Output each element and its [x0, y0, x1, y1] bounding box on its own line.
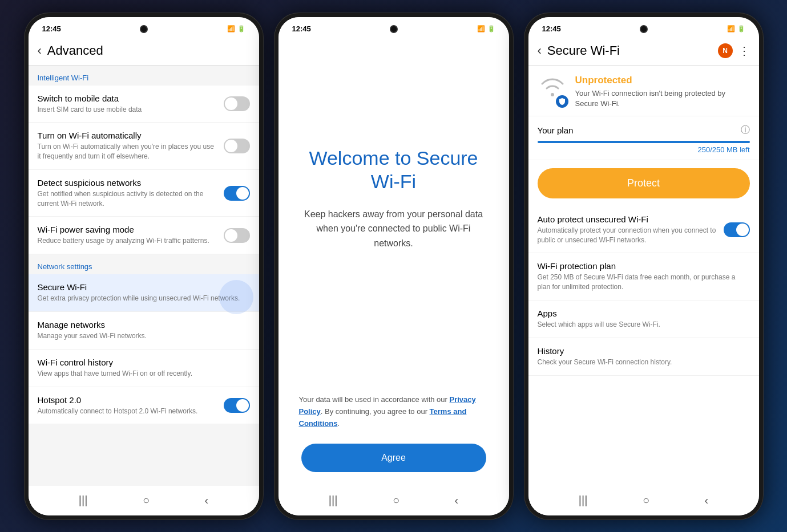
setting-title: Turn on Wi-Fi automatically: [38, 131, 217, 140]
nav-back-2[interactable]: ‹: [455, 494, 459, 507]
p2-footer-middle: . By continuing, you agree to our: [321, 407, 430, 416]
toggle-hotspot[interactable]: [224, 398, 250, 413]
p2-footer-text: Your data will be used in accordance wit…: [299, 395, 450, 404]
mb-left-label: 250/250 MB left: [538, 145, 750, 154]
toggle-switch-mobile[interactable]: [224, 96, 250, 111]
status-time-3: 12:45: [542, 25, 561, 33]
setting-desc: Turn on Wi-Fi automatically when you're …: [38, 142, 217, 161]
status-bar-3: 12:45 📶 🔋: [528, 17, 759, 38]
wifi-shield-icon: [538, 77, 567, 107]
camera-1: [140, 25, 148, 33]
setting-wifi-power[interactable]: Wi-Fi power saving mode Reduce battery u…: [29, 217, 259, 254]
plan-section: Your plan ⓘ 250/250 MB left: [528, 116, 759, 160]
status-description: Your Wi-Fi connection isn't being protec…: [575, 88, 750, 109]
phone-1: 12:45 📶 🔋 ‹ Advanced Intelligent Wi-Fi: [24, 13, 264, 520]
p3-title: Secure Wi-Fi: [547, 43, 620, 58]
info-icon[interactable]: ⓘ: [741, 124, 750, 136]
toggle-detect-suspicious[interactable]: [224, 186, 250, 201]
status-icons-1: 📶 🔋: [227, 25, 245, 33]
setting-desc: Insert SIM card to use mobile data: [38, 105, 217, 115]
nav-home-2[interactable]: ○: [393, 494, 399, 507]
section-label-1: Network settings: [29, 254, 259, 274]
p1-header: ‹ Advanced: [29, 38, 259, 66]
setting-title: Wi-Fi control history: [38, 358, 243, 367]
camera-2: [390, 25, 398, 33]
setting-wifi-auto[interactable]: Turn on Wi-Fi automatically Turn on Wi-F…: [29, 123, 259, 170]
setting-manage-networks[interactable]: Manage networks Manage your saved Wi-Fi …: [29, 312, 259, 350]
setting-wifi-history[interactable]: Wi-Fi control history View apps that hav…: [29, 350, 259, 387]
menu-title: Wi-Fi protection plan: [538, 261, 750, 271]
progress-bar-bg: [538, 141, 750, 143]
setting-secure-wifi[interactable]: Secure Wi-Fi Get extra privacy protectio…: [29, 274, 259, 312]
p2-footer: Your data will be used in accordance wit…: [279, 383, 509, 429]
back-icon-1[interactable]: ‹: [38, 43, 42, 58]
phone-2-screen: 12:45 📶 🔋 Welcome to Secure Wi-Fi Keep h…: [279, 17, 509, 515]
setting-detect-suspicious[interactable]: Detect suspicious networks Get notified …: [29, 170, 259, 217]
nav-bar-1: ||| ○ ‹: [29, 486, 259, 515]
protect-button[interactable]: Protect: [538, 168, 750, 198]
more-options-icon[interactable]: ⋮: [738, 44, 750, 58]
setting-desc: Get extra privacy protection while using…: [38, 294, 243, 303]
p2-welcome-title: Welcome to Secure Wi-Fi: [299, 147, 489, 193]
setting-title: Secure Wi-Fi: [38, 282, 243, 292]
phone-3: 12:45 📶 🔋 ‹ Secure Wi-Fi N ⋮: [524, 13, 764, 520]
menu-history[interactable]: History Check your Secure Wi-Fi connecti…: [528, 338, 759, 376]
status-icons-2: 📶 🔋: [477, 25, 495, 33]
nav-home-3[interactable]: ○: [643, 494, 649, 507]
menu-desc: Check your Secure Wi-Fi connection histo…: [538, 358, 750, 367]
p1-title: Advanced: [47, 43, 103, 58]
menu-desc: Automatically protect your connection wh…: [538, 226, 717, 245]
setting-title: Wi-Fi power saving mode: [38, 225, 217, 234]
setting-desc: Get notified when suspicious activity is…: [38, 189, 217, 209]
setting-switch-mobile[interactable]: Switch to mobile data Insert SIM card to…: [29, 86, 259, 123]
setting-hotspot[interactable]: Hotspot 2.0 Automatically connect to Hot…: [29, 387, 259, 425]
menu-wifi-plan[interactable]: Wi-Fi protection plan Get 250 MB of Secu…: [528, 253, 759, 300]
status-card: Unprotected Your Wi-Fi connection isn't …: [528, 66, 759, 116]
p3-header: ‹ Secure Wi-Fi N ⋮: [528, 38, 759, 66]
phone-3-screen: 12:45 📶 🔋 ‹ Secure Wi-Fi N ⋮: [528, 17, 759, 515]
status-icons-3: 📶 🔋: [727, 25, 745, 33]
nav-bar-2: ||| ○ ‹: [279, 486, 509, 515]
nav-recent-1[interactable]: |||: [79, 494, 88, 507]
progress-bar-fill: [538, 141, 750, 143]
camera-3: [640, 25, 648, 33]
toggle-wifi-auto[interactable]: [224, 139, 250, 153]
phones-container: 12:45 📶 🔋 ‹ Advanced Intelligent Wi-Fi: [13, 1, 775, 531]
phone-2: 12:45 📶 🔋 Welcome to Secure Wi-Fi Keep h…: [274, 13, 514, 520]
phone-1-screen: 12:45 📶 🔋 ‹ Advanced Intelligent Wi-Fi: [29, 17, 259, 515]
toggle-wifi-power[interactable]: [224, 228, 250, 243]
nav-recent-2[interactable]: |||: [329, 494, 338, 507]
user-avatar[interactable]: N: [718, 43, 733, 58]
p2-content: Welcome to Secure Wi-Fi Keep hackers awa…: [279, 38, 509, 383]
menu-desc: Get 250 MB of Secure Wi-Fi data free eac…: [538, 273, 750, 292]
setting-desc: View apps that have turned Wi-Fi on or o…: [38, 369, 243, 379]
nav-bar-3: ||| ○ ‹: [528, 486, 759, 515]
menu-desc: Select which apps will use Secure Wi-Fi.: [538, 320, 750, 330]
menu-title: Auto protect unsecured Wi-Fi: [538, 214, 717, 224]
p2-description: Keep hackers away from your personal dat…: [299, 207, 489, 251]
nav-home-1[interactable]: ○: [143, 494, 150, 507]
menu-title: History: [538, 346, 750, 356]
status-time-2: 12:45: [292, 25, 311, 33]
status-time-1: 12:45: [42, 25, 61, 33]
setting-title: Manage networks: [38, 320, 243, 330]
setting-desc: Reduce battery usage by analyzing Wi-Fi …: [38, 236, 217, 246]
status-bar-1: 12:45 📶 🔋: [29, 17, 259, 38]
menu-apps[interactable]: Apps Select which apps will use Secure W…: [528, 300, 759, 338]
toggle-auto-protect[interactable]: [724, 222, 750, 237]
status-bar-2: 12:45 📶 🔋: [279, 17, 509, 38]
setting-title: Hotspot 2.0: [38, 395, 217, 405]
menu-title: Apps: [538, 308, 750, 318]
ripple-effect: [219, 280, 253, 314]
nav-recent-3[interactable]: |||: [579, 494, 588, 507]
setting-desc: Manage your saved Wi-Fi networks.: [38, 331, 243, 341]
agree-button[interactable]: Agree: [301, 444, 486, 472]
setting-title: Detect suspicious networks: [38, 178, 217, 188]
setting-title: Switch to mobile data: [38, 94, 217, 103]
nav-back-3[interactable]: ‹: [705, 494, 709, 507]
back-icon-3[interactable]: ‹: [538, 43, 542, 58]
unprotected-status: Unprotected: [575, 75, 750, 86]
nav-back-1[interactable]: ‹: [205, 494, 209, 507]
plan-label: Your plan: [538, 125, 574, 135]
menu-auto-protect[interactable]: Auto protect unsecured Wi-Fi Automatical…: [528, 206, 759, 254]
